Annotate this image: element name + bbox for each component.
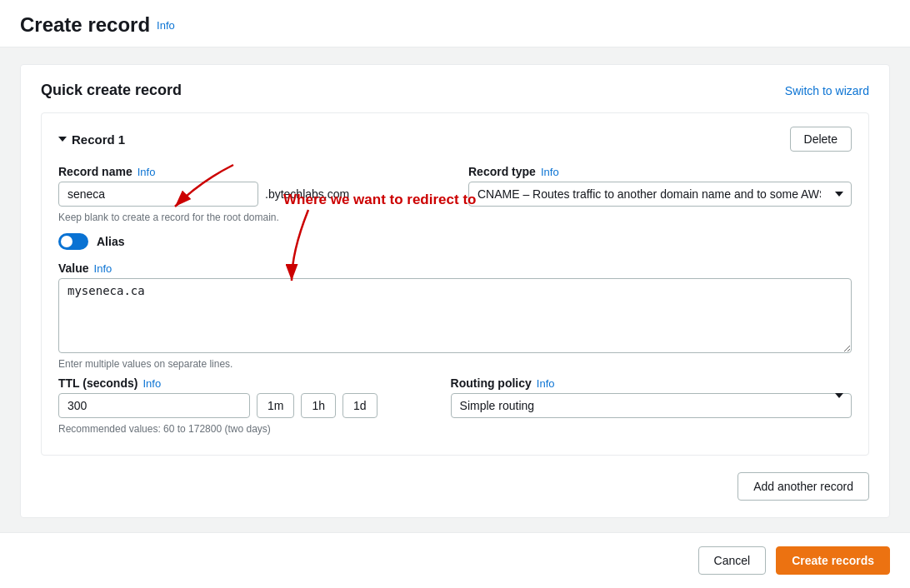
ttl-input[interactable] bbox=[58, 393, 250, 418]
alias-toggle-slider bbox=[58, 233, 88, 250]
routing-policy-select[interactable]: Simple routing Weighted Latency Failover… bbox=[451, 393, 852, 418]
ttl-preset-1h-button[interactable]: 1h bbox=[301, 393, 336, 418]
record-type-label: Record type bbox=[468, 165, 536, 178]
record-type-select-wrapper: CNAME – Routes traffic to another domain… bbox=[468, 182, 852, 207]
record-section-header: Record 1 Delete bbox=[58, 127, 852, 152]
value-group: Value Info myseneca.ca Enter multiple va… bbox=[58, 262, 852, 370]
add-record-row: Add another record bbox=[41, 472, 869, 501]
ttl-preset-1d-button[interactable]: 1d bbox=[342, 393, 378, 418]
delete-button[interactable]: Delete bbox=[790, 127, 852, 152]
value-info-link[interactable]: Info bbox=[94, 262, 112, 275]
routing-policy-label: Routing policy bbox=[451, 376, 532, 390]
page-title: Create record Info bbox=[20, 13, 890, 37]
record-name-input[interactable] bbox=[58, 182, 258, 207]
routing-policy-select-wrapper: Simple routing Weighted Latency Failover… bbox=[451, 393, 852, 418]
alias-label: Alias bbox=[97, 235, 124, 248]
value-label: Value bbox=[58, 262, 89, 275]
page-title-text: Create record bbox=[20, 13, 150, 37]
ttl-label: TTL (seconds) bbox=[58, 376, 138, 390]
alias-toggle[interactable] bbox=[58, 233, 88, 250]
ttl-input-row: 1m 1h 1d bbox=[58, 393, 378, 418]
collapse-chevron-icon[interactable] bbox=[58, 137, 67, 142]
alias-row: Alias bbox=[58, 233, 852, 250]
record-type-group: Record type Info CNAME – Routes traffic … bbox=[468, 165, 852, 207]
record-name-label: Record name bbox=[58, 165, 132, 178]
cancel-button[interactable]: Cancel bbox=[698, 546, 767, 575]
routing-policy-group: Routing policy Info Simple routing Weigh… bbox=[451, 376, 852, 418]
ttl-routing-row: TTL (seconds) Info 1m 1h 1d Recommended … bbox=[58, 376, 852, 435]
page-title-info-link[interactable]: Info bbox=[157, 19, 175, 32]
ttl-hint: Recommended values: 60 to 172800 (two da… bbox=[58, 423, 378, 435]
value-hint: Enter multiple values on separate lines. bbox=[58, 358, 852, 370]
ttl-group: TTL (seconds) Info 1m 1h 1d Recommended … bbox=[58, 376, 378, 435]
record-name-info-link[interactable]: Info bbox=[138, 166, 156, 178]
card-header: Quick create record Switch to wizard bbox=[41, 82, 869, 99]
page-header: Create record Info bbox=[0, 0, 910, 47]
record-title-text: Record 1 bbox=[72, 132, 125, 147]
record-name-group: Record name Info .bytechlabs.com Keep bl… bbox=[58, 165, 349, 223]
domain-suffix: .bytechlabs.com bbox=[265, 187, 349, 201]
ttl-info-link[interactable]: Info bbox=[142, 377, 161, 390]
record-name-hint: Keep blank to create a record for the ro… bbox=[58, 212, 349, 223]
record-section: Record 1 Delete Record name Info . bbox=[41, 112, 869, 456]
create-records-button[interactable]: Create records bbox=[776, 546, 890, 575]
switch-to-wizard-link[interactable]: Switch to wizard bbox=[785, 84, 869, 97]
record-type-select[interactable]: CNAME – Routes traffic to another domain… bbox=[468, 182, 852, 207]
ttl-preset-1m-button[interactable]: 1m bbox=[257, 393, 294, 418]
quick-create-card: Quick create record Switch to wizard Rec… bbox=[20, 64, 890, 518]
record-type-info-link[interactable]: Info bbox=[541, 166, 559, 178]
routing-policy-info-link[interactable]: Info bbox=[537, 377, 555, 390]
card-title: Quick create record bbox=[41, 82, 182, 99]
footer: Cancel Create records bbox=[0, 532, 910, 588]
record-name-type-row: Record name Info .bytechlabs.com Keep bl… bbox=[58, 165, 852, 223]
main-content: Quick create record Switch to wizard Rec… bbox=[0, 47, 910, 535]
add-another-record-button[interactable]: Add another record bbox=[738, 472, 869, 501]
record-section-title: Record 1 bbox=[58, 132, 125, 147]
value-textarea[interactable]: myseneca.ca bbox=[58, 278, 852, 353]
